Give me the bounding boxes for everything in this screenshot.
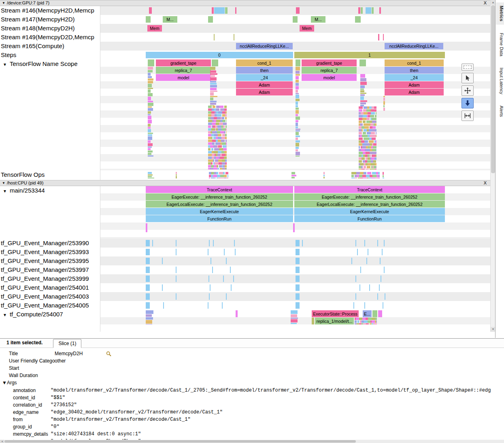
trace-event-24[interactable]: _24 (385, 74, 444, 81)
trace-event[interactable] (146, 302, 150, 309)
horizontal-scrollbar-thumb[interactable] (4, 440, 356, 443)
trace-event[interactable] (369, 284, 370, 291)
trace-event[interactable] (351, 258, 352, 264)
trace-event[interactable] (293, 223, 295, 232)
search-icon-button[interactable] (106, 351, 111, 356)
trace-event-adam[interactable]: Adam (236, 81, 293, 88)
vertical-scrollbar[interactable]: ▲ ▼ (490, 0, 495, 332)
pan-tool-button[interactable] (461, 85, 474, 96)
trace-event[interactable] (380, 258, 381, 264)
trace-event[interactable] (384, 240, 385, 246)
trace-event[interactable] (233, 276, 234, 282)
trace-event[interactable] (372, 310, 377, 317)
gpu-section-close-button[interactable]: X (484, 0, 487, 6)
trace-event[interactable] (360, 267, 361, 273)
trace-event[interactable] (296, 302, 300, 309)
trace-event-m[interactable]: M... (163, 16, 177, 23)
trace-event-gradient-tape[interactable]: gradient_tape (302, 59, 357, 66)
collapse-arrow-icon[interactable]: ▼ (3, 313, 7, 317)
trace-event[interactable] (361, 7, 363, 14)
trace-event-functionrun[interactable]: FunctionRun (294, 215, 445, 222)
trace-event[interactable] (146, 249, 150, 255)
trace-event-adam[interactable]: Adam (385, 81, 444, 88)
trace-event[interactable] (146, 284, 150, 291)
trace-event-cluster[interactable] (146, 310, 155, 324)
trace-event[interactable] (176, 267, 177, 273)
trace-event-eagerkernelexecute[interactable]: EagerKernelExecute (294, 208, 445, 215)
trace-event-cluster[interactable] (176, 172, 177, 178)
trace-event[interactable] (230, 267, 231, 273)
trace-event[interactable] (382, 249, 383, 255)
trace-event-cluster[interactable] (323, 172, 325, 178)
trace-event-eagerlocalexecute-inference-train-function-260252[interactable]: EagerLocalExecute: __inference_train_fun… (294, 201, 445, 208)
trace-event[interactable] (293, 16, 298, 23)
trace-event[interactable] (379, 7, 381, 14)
trace-event[interactable] (355, 293, 356, 300)
trace-event-cluster[interactable] (355, 318, 377, 324)
trace-event-cluster[interactable] (291, 172, 298, 178)
vertical-scrollbar-thumb[interactable] (491, 5, 495, 173)
tab-metrics[interactable]: Metrics (496, 2, 504, 25)
trace-event[interactable] (146, 293, 150, 300)
horizontal-scrollbar[interactable]: ◄ (0, 440, 504, 443)
trace-event-e[interactable]: E... (363, 310, 372, 317)
trace-event[interactable] (355, 276, 356, 282)
trace-event-model[interactable]: model (156, 74, 211, 81)
trace-event-mem[interactable]: Mem (300, 25, 314, 32)
args-toggle[interactable]: ▼Args (0, 379, 504, 387)
trace-event[interactable] (358, 7, 360, 14)
trace-event[interactable] (385, 293, 385, 300)
zoom-tool-button[interactable] (461, 98, 474, 108)
trace-event-cluster[interactable] (291, 310, 300, 324)
trace-event-model[interactable]: model (302, 74, 357, 81)
trace-event-adam[interactable]: Adam (236, 89, 293, 95)
trace-event-ncclallreduceringllke[interactable]: ncclAllReduceRingLLKe... (236, 43, 293, 49)
trace-event[interactable] (208, 16, 213, 23)
trace-event-executorstate-process[interactable]: ExecutorState::Process (312, 310, 359, 317)
trace-event[interactable] (234, 240, 235, 246)
trace-event[interactable] (381, 276, 381, 282)
trace-event[interactable] (149, 7, 152, 14)
trace-event[interactable] (162, 258, 163, 264)
trace-event[interactable] (146, 258, 150, 264)
trace-event[interactable] (296, 240, 300, 246)
trace-event[interactable] (378, 310, 382, 317)
trace-event-cluster[interactable] (351, 172, 380, 178)
trace-event[interactable] (213, 240, 214, 246)
trace-event[interactable] (353, 302, 354, 309)
trace-event[interactable] (223, 276, 224, 282)
trace-event[interactable] (236, 310, 238, 317)
trace-event[interactable] (226, 293, 227, 300)
trace-event[interactable] (296, 7, 300, 14)
collapse-arrow-icon[interactable]: ▼ (3, 62, 7, 67)
tab-input-latency[interactable]: Input Latency (496, 64, 504, 98)
trace-event[interactable] (366, 7, 371, 14)
trace-event[interactable] (235, 249, 236, 255)
trace-event[interactable] (176, 249, 177, 255)
trace-event[interactable] (366, 258, 367, 264)
trace-event[interactable] (296, 267, 300, 273)
trace-event[interactable] (384, 267, 385, 273)
tab-slice[interactable]: Slice (1) (53, 339, 81, 348)
trace-event-0[interactable]: 0 (146, 52, 293, 58)
tab-alerts[interactable]: Alerts (496, 102, 504, 120)
trace-event[interactable] (383, 302, 383, 309)
trace-event[interactable] (235, 7, 236, 14)
trace-event[interactable] (162, 284, 163, 291)
trace-event[interactable] (359, 59, 366, 66)
trace-event[interactable] (234, 34, 234, 40)
trace-event[interactable] (148, 59, 154, 66)
trace-event[interactable] (208, 249, 208, 255)
trace-event[interactable] (214, 7, 225, 14)
trace-event[interactable] (296, 249, 300, 255)
trace-event[interactable] (222, 302, 223, 309)
trace-event-cluster[interactable] (359, 106, 376, 170)
scroll-left-button[interactable]: ◄ (0, 440, 4, 443)
trace-event[interactable] (296, 276, 300, 282)
trace-event[interactable] (208, 276, 209, 282)
trace-event-eagerexecute-inference-train-function-260252[interactable]: EagerExecute: __inference_train_function… (294, 193, 445, 200)
trace-event[interactable] (163, 302, 164, 309)
trace-event-tracecontext[interactable]: TraceContext (146, 186, 293, 193)
trace-event-replica-1-model-t[interactable]: replica_1/model/t... (315, 318, 354, 324)
trace-event-cluster[interactable] (360, 74, 368, 106)
